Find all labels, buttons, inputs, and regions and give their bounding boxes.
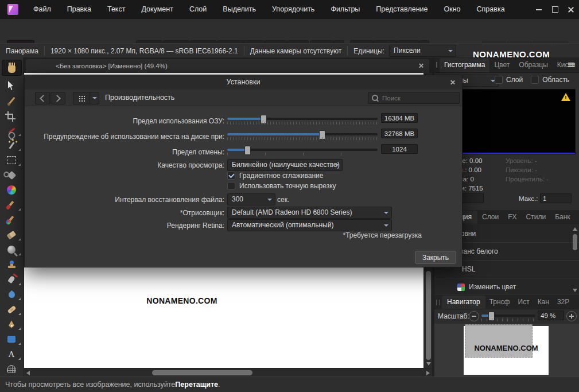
drag-handle-icon[interactable]	[436, 300, 440, 305]
scroll-up-icon[interactable]	[573, 227, 577, 231]
horizontal-scrollbar[interactable]	[24, 368, 432, 377]
view-hand-tool[interactable]	[2, 60, 22, 76]
dodge-burn-tool[interactable]	[0, 272, 23, 287]
scrollbar-thumb[interactable]	[573, 234, 577, 250]
tab-brushes[interactable]: Кисти	[553, 58, 579, 72]
recolour-icon	[457, 284, 465, 291]
undo-limit-slider[interactable]	[227, 145, 378, 154]
ram-limit-slider[interactable]	[227, 114, 378, 123]
forward-button[interactable]	[50, 92, 65, 104]
zoom-slider[interactable]	[481, 311, 535, 320]
pixel-brush-tool[interactable]	[0, 212, 23, 227]
navigator-preview[interactable]: NONAMENO.COM	[434, 324, 579, 377]
marquee-select-tool[interactable]	[0, 153, 23, 168]
scrollbar-thumb[interactable]	[152, 370, 252, 375]
tab-layers[interactable]: Слои	[477, 211, 503, 224]
tab-histogram[interactable]: Гистограмма	[440, 58, 489, 72]
dither-gradients-checkbox[interactable]	[227, 172, 235, 180]
search-box[interactable]	[368, 92, 460, 104]
colour-replacement-brush-tool[interactable]	[0, 183, 23, 197]
zoom-out-button[interactable]	[469, 311, 479, 321]
precise-clipping-checkbox[interactable]	[227, 182, 235, 190]
erase-brush-tool[interactable]	[0, 227, 23, 242]
precise-clipping-row[interactable]: Использовать точную вырезку	[227, 182, 336, 190]
smudge-tool[interactable]	[0, 287, 23, 302]
minimize-button[interactable]	[531, 0, 547, 19]
dither-gradients-row[interactable]: Градиентное сглаживание	[227, 172, 323, 180]
clone-stamp-tool[interactable]	[0, 257, 23, 272]
renderer-dropdown[interactable]: Default (AMD Radeon HD 6800 Series)	[227, 207, 392, 219]
view-quality-dropdown[interactable]: Билинейно (наилучшее качество)	[227, 159, 343, 171]
disk-warning-slider[interactable]	[227, 130, 378, 139]
maximize-button[interactable]	[547, 0, 563, 19]
navigator-viewport-rect[interactable]	[465, 324, 533, 358]
view-quality-label: Качество просмотра:	[25, 161, 227, 169]
layer-checkbox[interactable]	[495, 76, 503, 84]
menu-help[interactable]: Справка	[469, 0, 513, 19]
units-dropdown[interactable]: Пиксели	[389, 45, 456, 57]
document-tab[interactable]: <Без заголовка> [Изменено] (49.4%)	[26, 59, 429, 73]
sections-dropdown-button[interactable]	[90, 92, 99, 104]
colour-picker-tool[interactable]	[0, 93, 23, 108]
tab-channels[interactable]: Кан	[534, 296, 553, 309]
menu-arrange[interactable]: Упорядочить	[264, 0, 322, 19]
menu-document[interactable]: Документ	[133, 0, 181, 19]
ram-limit-input[interactable]	[381, 113, 418, 123]
menu-filters[interactable]: Фильтры	[322, 0, 368, 19]
panel-menu-icon[interactable]	[568, 63, 574, 64]
area-checkbox[interactable]	[531, 76, 539, 84]
menu-window[interactable]: Окно	[436, 0, 469, 19]
crop-tool[interactable]	[0, 108, 23, 123]
blur-tool[interactable]	[0, 242, 23, 257]
back-button[interactable]	[35, 92, 50, 104]
flood-fill-tool[interactable]	[0, 168, 23, 183]
menu-view[interactable]: Представление	[368, 0, 436, 19]
search-input[interactable]	[381, 94, 459, 102]
tab-history[interactable]: Ист	[514, 296, 534, 309]
menu-file[interactable]: Файл	[25, 0, 59, 19]
tab-32bit[interactable]: 32Р	[553, 296, 573, 309]
dialog-close-icon[interactable]	[450, 80, 455, 85]
scroll-down-icon[interactable]	[426, 362, 431, 366]
close-dialog-button[interactable]: Закрыть	[415, 251, 456, 264]
adjustments-scrollbar[interactable]	[572, 226, 578, 293]
close-button[interactable]	[563, 0, 579, 19]
zoom-value-input[interactable]	[538, 311, 564, 320]
sections-grid-button[interactable]	[73, 92, 90, 104]
selection-brush-tool[interactable]	[0, 123, 23, 138]
flood-select-tool[interactable]	[0, 138, 23, 153]
scroll-left-icon[interactable]	[26, 371, 30, 375]
drag-handle-icon[interactable]	[436, 62, 437, 68]
tab-styles[interactable]: Стили	[522, 211, 551, 224]
scroll-right-icon[interactable]	[426, 371, 430, 375]
paint-brush-tool[interactable]	[0, 197, 23, 212]
move-tool[interactable]	[0, 78, 23, 93]
mesh-warp-tool[interactable]	[0, 362, 23, 377]
zoom-in-button[interactable]	[566, 311, 577, 321]
tab-navigator[interactable]: Навигатор	[442, 296, 485, 309]
tab-fx[interactable]: FX	[503, 211, 521, 224]
disk-warning-input[interactable]	[381, 129, 418, 138]
tab-transform[interactable]: Трнсф	[485, 296, 514, 309]
menu-text[interactable]: Текст	[99, 0, 133, 19]
dialog-title-bar[interactable]: Установки	[25, 75, 462, 90]
pen-tool[interactable]	[0, 317, 23, 332]
menu-layer[interactable]: Слой	[181, 0, 215, 19]
tab-swatches[interactable]: Образцы	[514, 58, 552, 72]
tab-stock[interactable]: Банк	[550, 211, 574, 224]
shape-tool[interactable]	[0, 332, 23, 347]
list-item-recolour[interactable]: Изменить цвет	[434, 278, 579, 294]
menu-select[interactable]: Выделить	[215, 0, 264, 19]
tab-close-icon[interactable]	[418, 63, 423, 68]
scrollbar-thumb[interactable]	[426, 271, 431, 360]
healing-brush-tool[interactable]	[0, 302, 23, 317]
recovery-interval-combo[interactable]: 300	[227, 193, 275, 205]
chevron-right-icon	[53, 95, 61, 102]
tab-colour[interactable]: Цвет	[489, 58, 514, 72]
text-tool[interactable]: A	[0, 347, 23, 362]
undo-limit-input[interactable]	[381, 144, 418, 154]
retina-rendering-dropdown[interactable]: Автоматический (оптимальный)	[227, 219, 392, 231]
menu-edit[interactable]: Правка	[59, 0, 99, 19]
max-input[interactable]	[540, 193, 572, 203]
scroll-down-icon[interactable]	[573, 289, 577, 292]
